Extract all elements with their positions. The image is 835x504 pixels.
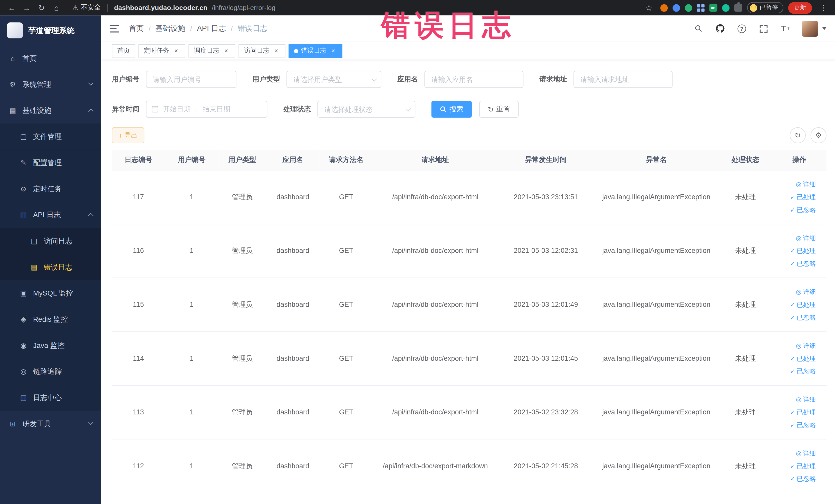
- table-row: 116 1 管理员 dashboard GET /api/infra/db-do…: [112, 224, 827, 278]
- tab-cron-jobs[interactable]: 定时任务: [138, 44, 185, 58]
- extension-icon[interactable]: [672, 4, 680, 12]
- font-size-icon[interactable]: [780, 23, 791, 34]
- forward-icon[interactable]: [20, 1, 33, 14]
- reset-button[interactable]: 重置: [479, 101, 518, 118]
- export-button[interactable]: 导出: [112, 127, 144, 143]
- table-row: 113 1 管理员 dashboard GET /api/infra/db-do…: [112, 385, 827, 439]
- user-id-input[interactable]: [146, 71, 237, 88]
- help-icon[interactable]: ?: [736, 23, 747, 34]
- detail-link[interactable]: 详细: [796, 232, 816, 244]
- mark-processed-link[interactable]: 已处理: [790, 191, 816, 203]
- sidebar-item-home[interactable]: 首页: [0, 45, 101, 72]
- search-button[interactable]: 搜索: [431, 101, 472, 118]
- tab-home[interactable]: 首页: [112, 44, 135, 58]
- mark-ignored-link[interactable]: 已忽略: [790, 473, 816, 484]
- detail-link[interactable]: 详细: [796, 447, 816, 459]
- breadcrumb-home[interactable]: 首页: [129, 24, 144, 33]
- sidebar-item-redis-monitor[interactable]: Redis 监控: [0, 306, 101, 332]
- extension-grid-icon[interactable]: [697, 4, 704, 12]
- document-icon: [30, 237, 38, 245]
- column-settings-button[interactable]: [811, 127, 827, 143]
- sidebar-item-mysql-monitor[interactable]: MySQL 监控: [0, 280, 101, 306]
- search-icon[interactable]: [693, 23, 703, 34]
- tab-access-log[interactable]: 访问日志: [239, 44, 285, 58]
- detail-link[interactable]: 详细: [796, 394, 816, 405]
- fullscreen-icon[interactable]: [758, 23, 769, 34]
- mark-processed-link[interactable]: 已处理: [790, 299, 816, 310]
- gear-icon: [8, 80, 17, 88]
- sidebar-item-java-monitor[interactable]: Java 监控: [0, 332, 101, 359]
- tab-error-log[interactable]: 错误日志: [288, 44, 342, 58]
- home-icon[interactable]: [50, 1, 63, 14]
- update-button[interactable]: 更新: [788, 2, 812, 14]
- url-host[interactable]: dashboard.yudao.iocoder.cn: [114, 4, 208, 12]
- detail-link[interactable]: 详细: [796, 286, 816, 298]
- mark-ignored-link[interactable]: 已忽略: [790, 204, 816, 216]
- check-icon: [790, 419, 795, 431]
- status-badge: 未处理: [719, 170, 772, 224]
- exception-time-range-picker[interactable]: 开始日期 - 结束日期: [146, 101, 267, 118]
- mark-ignored-link[interactable]: 已忽略: [790, 311, 816, 323]
- extension-icon[interactable]: [722, 4, 729, 12]
- download-icon: [119, 132, 122, 139]
- url-path[interactable]: /infra/log/api-error-log: [212, 4, 276, 12]
- log-center-icon: [19, 394, 28, 402]
- close-icon[interactable]: [223, 47, 230, 55]
- refresh-table-button[interactable]: [790, 127, 806, 143]
- sidebar-item-error-log[interactable]: 错误日志: [0, 254, 101, 280]
- bookmark-star-icon[interactable]: [643, 1, 655, 14]
- user-avatar-menu[interactable]: [802, 21, 826, 37]
- extension-on-badge[interactable]: on: [709, 4, 717, 12]
- sidebar-item-dev-tools[interactable]: 研发工具: [0, 411, 101, 437]
- menu-fold-icon[interactable]: [109, 25, 119, 32]
- close-icon[interactable]: [272, 47, 280, 55]
- extension-icon[interactable]: [660, 4, 667, 12]
- reload-icon[interactable]: [35, 1, 48, 14]
- process-status-select[interactable]: [317, 101, 415, 118]
- close-icon[interactable]: [330, 47, 337, 55]
- mark-ignored-link[interactable]: 已忽略: [790, 365, 816, 377]
- sidebar-item-config-manage[interactable]: 配置管理: [0, 150, 101, 176]
- breadcrumb-infra[interactable]: 基础设施: [156, 24, 185, 33]
- trace-icon: [19, 367, 28, 375]
- topbar: 首页 / 基础设施 / API 日志 / 错误日志 ?: [101, 15, 835, 42]
- paused-badge[interactable]: 已暂停: [747, 2, 783, 13]
- address-bar[interactable]: 不安全 dashboard.yudao.iocoder.cn/infra/log…: [73, 3, 276, 12]
- mark-ignored-link[interactable]: 已忽略: [790, 258, 816, 269]
- request-url-label: 请求地址: [539, 75, 567, 84]
- database-icon: [19, 289, 28, 297]
- table-toolbar: 导出: [112, 127, 827, 143]
- sidebar-item-cron-jobs[interactable]: 定时任务: [0, 176, 101, 202]
- detail-link[interactable]: 详细: [796, 178, 816, 190]
- sidebar-item-infra[interactable]: 基础设施: [0, 98, 101, 124]
- mark-processed-link[interactable]: 已处理: [790, 245, 816, 257]
- mark-processed-link[interactable]: 已处理: [790, 406, 816, 418]
- breadcrumb-api-log[interactable]: API 日志: [197, 24, 226, 33]
- close-icon[interactable]: [172, 47, 180, 55]
- sidebar-item-access-log[interactable]: 访问日志: [0, 228, 101, 254]
- check-icon: [790, 204, 795, 216]
- sidebar-item-file-manage[interactable]: 文件管理: [0, 123, 101, 150]
- app-name-input[interactable]: [424, 71, 523, 88]
- sidebar-item-system[interactable]: 系统管理: [0, 72, 101, 98]
- request-url-input[interactable]: [573, 71, 673, 88]
- clock-icon: [19, 185, 28, 193]
- check-icon: [790, 473, 795, 484]
- browser-menu-icon[interactable]: [817, 1, 830, 14]
- github-icon[interactable]: [715, 23, 725, 34]
- mark-processed-link[interactable]: 已处理: [790, 460, 816, 472]
- extension-icon[interactable]: [685, 4, 692, 12]
- extensions-puzzle-icon[interactable]: [734, 4, 742, 12]
- tab-schedule-log[interactable]: 调度日志: [188, 44, 236, 58]
- mark-ignored-link[interactable]: 已忽略: [790, 419, 816, 431]
- sidebar-item-tracing[interactable]: 链路追踪: [0, 358, 101, 385]
- user-type-select[interactable]: [286, 71, 381, 88]
- security-label[interactable]: 不安全: [81, 3, 101, 12]
- sidebar-item-log-center[interactable]: 日志中心: [0, 385, 101, 411]
- back-icon[interactable]: [5, 1, 18, 14]
- eye-icon: [796, 394, 802, 405]
- address-divider: [107, 4, 108, 12]
- sidebar-item-api-log[interactable]: API 日志: [0, 202, 101, 228]
- mark-processed-link[interactable]: 已处理: [790, 352, 816, 364]
- detail-link[interactable]: 详细: [796, 340, 816, 351]
